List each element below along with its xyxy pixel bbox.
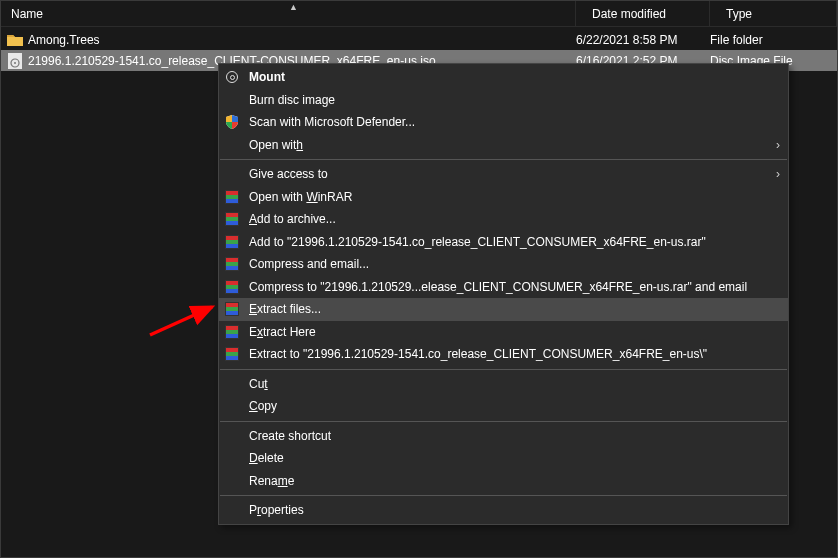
- menu-properties[interactable]: Properties: [219, 499, 788, 522]
- winrar-icon: [223, 210, 241, 228]
- menu-defender[interactable]: Scan with Microsoft Defender...: [219, 111, 788, 134]
- menu-compress-email[interactable]: Compress and email...: [219, 253, 788, 276]
- column-header: Name Date modified Type ▲: [1, 1, 837, 27]
- column-type[interactable]: Type: [710, 1, 837, 26]
- blank-icon: [223, 501, 241, 519]
- column-date[interactable]: Date modified: [576, 1, 710, 26]
- blank-icon: [223, 449, 241, 467]
- menu-separator: [220, 495, 787, 496]
- sort-ascending-icon: ▲: [289, 2, 298, 12]
- menu-label: Extract to "21996.1.210529-1541.co_relea…: [249, 347, 780, 361]
- column-type-label: Type: [726, 7, 752, 21]
- menu-separator: [220, 369, 787, 370]
- menu-give-access[interactable]: Give access to ›: [219, 163, 788, 186]
- blank-icon: [223, 472, 241, 490]
- chevron-right-icon: ›: [776, 167, 780, 181]
- menu-burn-disc[interactable]: Burn disc image: [219, 89, 788, 112]
- blank-icon: [223, 165, 241, 183]
- menu-extract-here[interactable]: Extract Here: [219, 321, 788, 344]
- defender-shield-icon: [223, 113, 241, 131]
- menu-create-shortcut[interactable]: Create shortcut: [219, 425, 788, 448]
- menu-separator: [220, 421, 787, 422]
- menu-cut[interactable]: Cut: [219, 373, 788, 396]
- file-row-folder[interactable]: Among.Trees 6/22/2021 8:58 PM File folde…: [1, 29, 837, 50]
- menu-label: Copy: [249, 399, 780, 413]
- winrar-icon: [223, 188, 241, 206]
- menu-label: Cut: [249, 377, 780, 391]
- winrar-icon: [223, 255, 241, 273]
- column-name-label: Name: [11, 7, 43, 21]
- menu-open-winrar[interactable]: Open with WinRAR: [219, 186, 788, 209]
- winrar-icon: [223, 323, 241, 341]
- svg-point-2: [14, 62, 16, 64]
- folder-icon: [7, 32, 23, 48]
- menu-label: Rename: [249, 474, 780, 488]
- menu-extract-to[interactable]: Extract to "21996.1.210529-1541.co_relea…: [219, 343, 788, 366]
- menu-label: Scan with Microsoft Defender...: [249, 115, 780, 129]
- menu-label: Delete: [249, 451, 780, 465]
- menu-add-archive[interactable]: Add to archive...: [219, 208, 788, 231]
- file-date: 6/22/2021 8:58 PM: [576, 33, 710, 47]
- menu-label: Properties: [249, 503, 780, 517]
- disc-image-icon: [7, 53, 23, 69]
- blank-icon: [223, 375, 241, 393]
- menu-mount[interactable]: Mount: [219, 66, 788, 89]
- menu-extract-files[interactable]: Extract files...: [219, 298, 788, 321]
- chevron-right-icon: ›: [776, 138, 780, 152]
- disc-icon: [223, 68, 241, 86]
- menu-label: Burn disc image: [249, 93, 780, 107]
- winrar-icon: [223, 233, 241, 251]
- blank-icon: [223, 91, 241, 109]
- menu-open-with[interactable]: Open with ›: [219, 134, 788, 157]
- menu-separator: [220, 159, 787, 160]
- menu-label: Give access to: [249, 167, 772, 181]
- winrar-icon: [223, 345, 241, 363]
- annotation-arrow-icon: [146, 281, 226, 341]
- blank-icon: [223, 136, 241, 154]
- menu-label: Extract Here: [249, 325, 780, 339]
- context-menu: Mount Burn disc image Scan with Microsof…: [218, 63, 789, 525]
- file-name: Among.Trees: [28, 33, 576, 47]
- menu-label: Add to archive...: [249, 212, 780, 226]
- blank-icon: [223, 427, 241, 445]
- svg-line-3: [150, 307, 212, 335]
- column-date-label: Date modified: [592, 7, 666, 21]
- blank-icon: [223, 397, 241, 415]
- menu-label: Open with WinRAR: [249, 190, 780, 204]
- menu-label: Extract files...: [249, 302, 780, 316]
- menu-label: Compress to "21996.1.210529...elease_CLI…: [249, 280, 780, 294]
- winrar-icon: [223, 278, 241, 296]
- file-type: File folder: [710, 33, 837, 47]
- menu-label: Add to "21996.1.210529-1541.co_release_C…: [249, 235, 780, 249]
- menu-copy[interactable]: Copy: [219, 395, 788, 418]
- menu-delete[interactable]: Delete: [219, 447, 788, 470]
- menu-label: Create shortcut: [249, 429, 780, 443]
- winrar-icon: [223, 300, 241, 318]
- menu-add-to-rar[interactable]: Add to "21996.1.210529-1541.co_release_C…: [219, 231, 788, 254]
- menu-label: Open with: [249, 138, 772, 152]
- menu-label: Mount: [249, 70, 780, 84]
- menu-compress-to[interactable]: Compress to "21996.1.210529...elease_CLI…: [219, 276, 788, 299]
- menu-rename[interactable]: Rename: [219, 470, 788, 493]
- menu-label: Compress and email...: [249, 257, 780, 271]
